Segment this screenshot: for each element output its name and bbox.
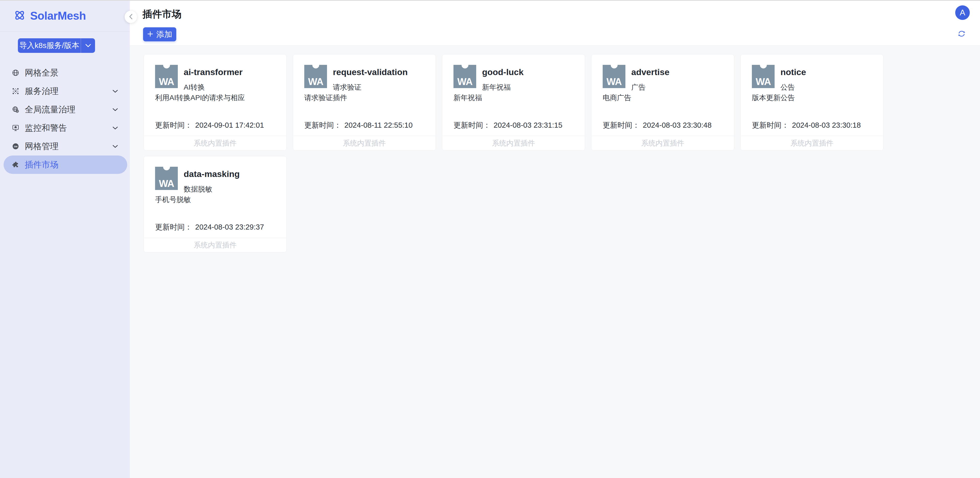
sidebar-item-label: 全局流量治理 bbox=[25, 104, 107, 116]
updated-time-label: 更新时间： bbox=[603, 121, 640, 129]
sidebar-item-service-governance[interactable]: 服务治理 bbox=[3, 82, 127, 100]
plugin-market-icon bbox=[12, 161, 19, 168]
import-button-wrap: 导入k8s服务/版本 bbox=[0, 32, 130, 53]
chevron-down-icon bbox=[112, 145, 118, 148]
plugin-footer: 系统内置插件 bbox=[741, 136, 883, 150]
main-area: 插件市场 添加 A bbox=[130, 0, 980, 478]
updated-time-value: 2024-08-03 23:30:18 bbox=[792, 121, 861, 129]
plugin-description: 手机号脱敏 bbox=[155, 195, 278, 204]
updated-time-value: 2024-08-11 22:55:10 bbox=[344, 121, 413, 129]
mesh-management-icon: SM bbox=[12, 143, 19, 150]
plugin-footer-label: 系统内置插件 bbox=[194, 240, 237, 250]
content-area: WA ai-transformer AI转换 利用AI转换API的请求与相应 更… bbox=[130, 46, 980, 478]
plugin-subtitle: 请求验证 bbox=[333, 83, 361, 92]
sidebar-item-label: 监控和警告 bbox=[25, 122, 107, 134]
wasm-logo-text: WA bbox=[304, 76, 327, 87]
plugin-card[interactable]: WA good-luck 新年祝福 新年祝福 更新时间：2024-08-03 2… bbox=[442, 54, 585, 151]
plugin-description: 版本更新公告 bbox=[752, 93, 875, 102]
chevron-down-icon bbox=[112, 126, 118, 130]
plugin-footer-label: 系统内置插件 bbox=[791, 138, 834, 148]
chevron-left-icon bbox=[129, 14, 133, 21]
page-title: 插件市场 bbox=[143, 8, 181, 21]
wasm-logo-text: WA bbox=[603, 76, 625, 87]
chevron-down-icon[interactable] bbox=[81, 38, 95, 53]
plugin-footer: 系统内置插件 bbox=[144, 136, 286, 150]
plugin-subtitle: 新年祝福 bbox=[482, 83, 511, 92]
monitoring-alerts-icon bbox=[12, 124, 19, 132]
updated-time-label: 更新时间： bbox=[155, 223, 192, 231]
chevron-down-icon bbox=[112, 90, 118, 93]
refresh-button[interactable] bbox=[957, 30, 966, 38]
wasm-plugin-logo: WA bbox=[752, 65, 775, 88]
plugin-name: data-masking bbox=[184, 169, 240, 179]
wasm-logo-text: WA bbox=[453, 76, 476, 87]
sidebar-item-plugin-market[interactable]: 插件市场 bbox=[3, 156, 127, 174]
plugin-footer: 系统内置插件 bbox=[144, 238, 286, 252]
sidebar-item-label: 网格管理 bbox=[25, 141, 107, 152]
plugin-name: good-luck bbox=[482, 67, 523, 77]
globe-icon bbox=[12, 69, 19, 76]
sidebar-menu: 网格全景服务治理全局流量治理监控和警告SM网格管理插件市场 bbox=[0, 64, 130, 174]
wasm-plugin-logo: WA bbox=[155, 65, 178, 88]
sidebar: SolarMesh 导入k8s服务/版本 网格全景服务治理全局流量治理监控和警告… bbox=[0, 0, 130, 478]
add-plugin-button[interactable]: 添加 bbox=[143, 27, 176, 41]
user-avatar[interactable]: A bbox=[955, 5, 970, 20]
sidebar-collapse-button[interactable] bbox=[125, 11, 137, 23]
sidebar-item-label: 服务治理 bbox=[25, 86, 107, 97]
plugin-description: 新年祝福 bbox=[453, 93, 576, 102]
updated-time-value: 2024-08-03 23:31:15 bbox=[493, 121, 562, 129]
plugin-updated-row: 更新时间：2024-08-03 23:30:18 bbox=[752, 120, 861, 130]
sidebar-item-monitoring-alerts[interactable]: 监控和警告 bbox=[3, 119, 127, 137]
add-plugin-button-label: 添加 bbox=[156, 29, 172, 40]
plugin-footer: 系统内置插件 bbox=[442, 136, 585, 150]
import-k8s-button[interactable]: 导入k8s服务/版本 bbox=[18, 38, 95, 53]
plugin-updated-row: 更新时间：2024-08-03 23:30:48 bbox=[603, 120, 711, 130]
plugin-card[interactable]: WA notice 公告 版本更新公告 更新时间：2024-08-03 23:3… bbox=[740, 54, 883, 151]
plugin-footer-label: 系统内置插件 bbox=[641, 138, 684, 148]
service-governance-icon bbox=[12, 87, 19, 95]
plugin-name: notice bbox=[781, 67, 806, 77]
plugin-subtitle: 公告 bbox=[781, 83, 795, 92]
wasm-plugin-logo: WA bbox=[453, 65, 476, 88]
solarmesh-logo-text: SolarMesh bbox=[30, 10, 86, 22]
plugin-name: advertise bbox=[631, 67, 669, 77]
updated-time-label: 更新时间： bbox=[304, 121, 341, 129]
plugin-footer: 系统内置插件 bbox=[293, 136, 436, 150]
plugin-updated-row: 更新时间：2024-08-11 22:55:10 bbox=[304, 120, 413, 130]
plus-icon bbox=[147, 30, 153, 39]
wasm-logo-text: WA bbox=[155, 178, 178, 189]
wasm-plugin-logo: WA bbox=[304, 65, 327, 88]
sidebar-item-label: 插件市场 bbox=[25, 159, 127, 171]
app-window: SolarMesh 导入k8s服务/版本 网格全景服务治理全局流量治理监控和警告… bbox=[0, 0, 980, 478]
updated-time-value: 2024-08-03 23:30:48 bbox=[643, 121, 711, 129]
page-header: 插件市场 添加 A bbox=[130, 0, 980, 46]
updated-time-label: 更新时间： bbox=[453, 121, 490, 129]
chevron-down-icon bbox=[112, 108, 118, 111]
plugin-description: 电商广告 bbox=[603, 93, 725, 102]
plugin-updated-row: 更新时间：2024-08-03 23:31:15 bbox=[453, 120, 562, 130]
plugin-card[interactable]: WA advertise 广告 电商广告 更新时间：2024-08-03 23:… bbox=[591, 54, 734, 151]
plugin-updated-row: 更新时间：2024-09-01 17:42:01 bbox=[155, 120, 264, 130]
wasm-logo-text: WA bbox=[155, 76, 178, 87]
updated-time-label: 更新时间： bbox=[752, 121, 789, 129]
plugin-card-grid: WA ai-transformer AI转换 利用AI转换API的请求与相应 更… bbox=[143, 54, 883, 252]
updated-time-label: 更新时间： bbox=[155, 121, 192, 129]
plugin-card[interactable]: WA ai-transformer AI转换 利用AI转换API的请求与相应 更… bbox=[143, 54, 286, 151]
plugin-updated-row: 更新时间：2024-08-03 23:29:37 bbox=[155, 222, 264, 232]
plugin-footer-label: 系统内置插件 bbox=[492, 138, 535, 148]
updated-time-value: 2024-09-01 17:42:01 bbox=[195, 121, 264, 129]
plugin-card[interactable]: WA data-masking 数据脱敏 手机号脱敏 更新时间：2024-08-… bbox=[143, 156, 286, 252]
wasm-plugin-logo: WA bbox=[603, 65, 625, 88]
sidebar-item-mesh-management[interactable]: SM网格管理 bbox=[3, 137, 127, 156]
plugin-card[interactable]: WA request-validation 请求验证 请求验证插件 更新时间：2… bbox=[293, 54, 436, 151]
plugin-description: 利用AI转换API的请求与相应 bbox=[155, 93, 278, 102]
wasm-logo-text: WA bbox=[752, 76, 775, 87]
plugin-footer: 系统内置插件 bbox=[592, 136, 734, 150]
logo-block: SolarMesh bbox=[0, 0, 130, 32]
plugin-name: request-validation bbox=[333, 67, 408, 77]
sidebar-item-global-traffic[interactable]: 全局流量治理 bbox=[3, 100, 127, 119]
sidebar-item-mesh-overview[interactable]: 网格全景 bbox=[3, 64, 127, 82]
plugin-footer-label: 系统内置插件 bbox=[194, 138, 237, 148]
wasm-plugin-logo: WA bbox=[155, 167, 178, 190]
svg-text:SM: SM bbox=[14, 145, 18, 148]
